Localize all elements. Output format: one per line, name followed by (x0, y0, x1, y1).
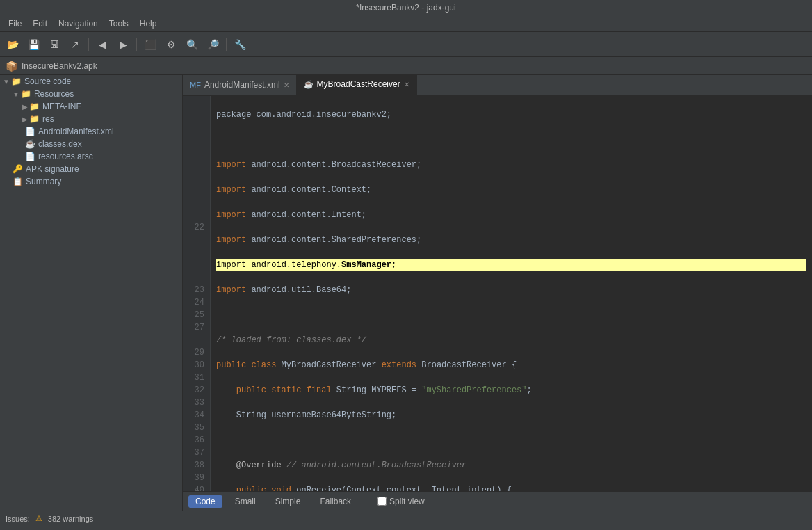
manifest-tab-icon: MF (190, 81, 201, 89)
toolbar-sep-3 (226, 38, 227, 51)
sidebar-item-meta-inf[interactable]: ▶ 📁 META-INF (0, 100, 182, 113)
sidebar-label-apk-signature: APK signature (26, 164, 79, 174)
sidebar-label-classes-dex: classes.dex (38, 139, 82, 149)
source-code-arrow: ▼ (3, 78, 10, 86)
sidebar: ▼ 📁 Source code ▼ 📁 Resources ▶ 📁 META-I… (0, 75, 183, 511)
title-text: *InsecureBankv2 - jadx-gui (356, 3, 455, 13)
find-button[interactable]: 🔎 (203, 35, 222, 54)
manifest-icon: 📄 (25, 127, 35, 136)
issues-label: Issues: (6, 515, 30, 523)
forward-button[interactable]: ▶ (113, 35, 133, 54)
project-name: InsecureBankv2.apk (22, 61, 97, 71)
res-icon: 📁 (29, 114, 40, 124)
meta-inf-arrow: ▶ (22, 103, 28, 111)
broadcast-tab-close[interactable]: ✕ (404, 81, 409, 88)
sidebar-label-source-code: Source code (24, 77, 71, 86)
sidebar-label-resources: Resources (34, 89, 74, 99)
tab-broadcast[interactable]: ☕ MyBroadCastReceiver ✕ (297, 75, 417, 95)
save-all-button[interactable]: 🖫 (44, 35, 64, 54)
settings-button[interactable]: 🔧 (230, 35, 250, 54)
arsc-icon: 📄 (25, 152, 35, 161)
bottom-bar: Code Smali Simple Fallback Split view (183, 491, 812, 511)
sidebar-item-apk-signature[interactable]: 🔑 APK signature (0, 163, 182, 175)
sidebar-label-summary: Summary (26, 177, 61, 186)
res-arrow: ▶ (22, 115, 28, 123)
run-button[interactable]: ⬛ (140, 35, 160, 54)
export-button[interactable]: ↗ (65, 35, 85, 54)
split-view-wrap: Split view (377, 497, 425, 506)
tab-code[interactable]: Code (188, 495, 222, 508)
summary-icon: 📋 (13, 177, 23, 186)
warnings-count: 382 warnings (48, 515, 93, 523)
sidebar-item-classes-dex[interactable]: ☕ classes.dex (0, 138, 182, 150)
save-button[interactable]: 💾 (24, 35, 43, 54)
tab-fallback[interactable]: Fallback (313, 495, 358, 508)
manifest-tab-close[interactable]: ✕ (284, 81, 289, 89)
resources-icon: 📁 (21, 89, 31, 99)
broadcast-tab-icon: ☕ (304, 80, 314, 89)
toolbar-sep-2 (136, 38, 137, 51)
code-content: package com.android.insecurebankv2; impo… (211, 96, 812, 491)
open-button[interactable]: 📂 (3, 35, 22, 54)
sidebar-item-android-manifest[interactable]: 📄 AndroidManifest.xml (0, 125, 182, 138)
line-numbers: 22 23 24 25 27 29 30 31 32 33 34 35 36 3… (183, 96, 211, 491)
source-code-icon: 📁 (11, 77, 22, 86)
menu-bar: File Edit Navigation Tools Help (0, 15, 812, 32)
sidebar-label-meta-inf: META-INF (42, 102, 81, 111)
sidebar-label-res: res (42, 114, 54, 124)
sidebar-item-resources[interactable]: ▼ 📁 Resources (0, 88, 182, 100)
menu-help[interactable]: Help (134, 17, 163, 30)
meta-inf-icon: 📁 (29, 102, 40, 111)
toolbar: 📂 💾 🖫 ↗ ◀ ▶ ⬛ ⚙ 🔍 🔎 🔧 (0, 32, 812, 57)
menu-edit[interactable]: Edit (27, 17, 53, 30)
tabs-bar: MF AndroidManifest.xml ✕ ☕ MyBroadCastRe… (183, 75, 812, 96)
back-button[interactable]: ◀ (92, 35, 112, 54)
toolbar-sep-1 (88, 38, 89, 51)
decompile-button[interactable]: ⚙ (161, 35, 181, 54)
project-bar: 📦 InsecureBankv2.apk (0, 57, 812, 75)
main-layout: ▼ 📁 Source code ▼ 📁 Resources ▶ 📁 META-I… (0, 75, 812, 511)
tab-smali[interactable]: Smali (228, 495, 263, 508)
editor-area: MF AndroidManifest.xml ✕ ☕ MyBroadCastRe… (183, 75, 812, 511)
sidebar-item-summary[interactable]: 📋 Summary (0, 175, 182, 188)
sidebar-item-resources-arsc[interactable]: 📄 resources.arsc (0, 150, 182, 163)
dex-icon: ☕ (25, 139, 35, 149)
split-view-label: Split view (389, 497, 425, 506)
menu-file[interactable]: File (3, 17, 27, 30)
apk-icon: 📦 (6, 61, 17, 72)
tab-manifest[interactable]: MF AndroidManifest.xml ✕ (183, 75, 297, 95)
warnings-icon: ⚠ (35, 514, 42, 523)
title-bar: *InsecureBankv2 - jadx-gui (0, 0, 812, 15)
sidebar-item-res[interactable]: ▶ 📁 res (0, 113, 182, 125)
split-view-checkbox[interactable] (377, 497, 387, 506)
sidebar-item-source-code[interactable]: ▼ 📁 Source code (0, 75, 182, 88)
sidebar-label-arsc: resources.arsc (38, 152, 93, 161)
resources-arrow: ▼ (13, 90, 19, 98)
menu-navigation[interactable]: Navigation (53, 17, 104, 30)
tab-simple[interactable]: Simple (268, 495, 308, 508)
code-editor[interactable]: 22 23 24 25 27 29 30 31 32 33 34 35 36 3… (183, 96, 812, 491)
broadcast-tab-label: MyBroadCastReceiver (317, 79, 400, 89)
search-button[interactable]: 🔍 (182, 35, 202, 54)
manifest-tab-label: AndroidManifest.xml (204, 80, 280, 90)
apk-sig-icon: 🔑 (13, 164, 23, 174)
sidebar-label-manifest: AndroidManifest.xml (38, 127, 114, 136)
menu-tools[interactable]: Tools (104, 17, 134, 30)
status-bar: Issues: ⚠ 382 warnings (0, 511, 812, 526)
